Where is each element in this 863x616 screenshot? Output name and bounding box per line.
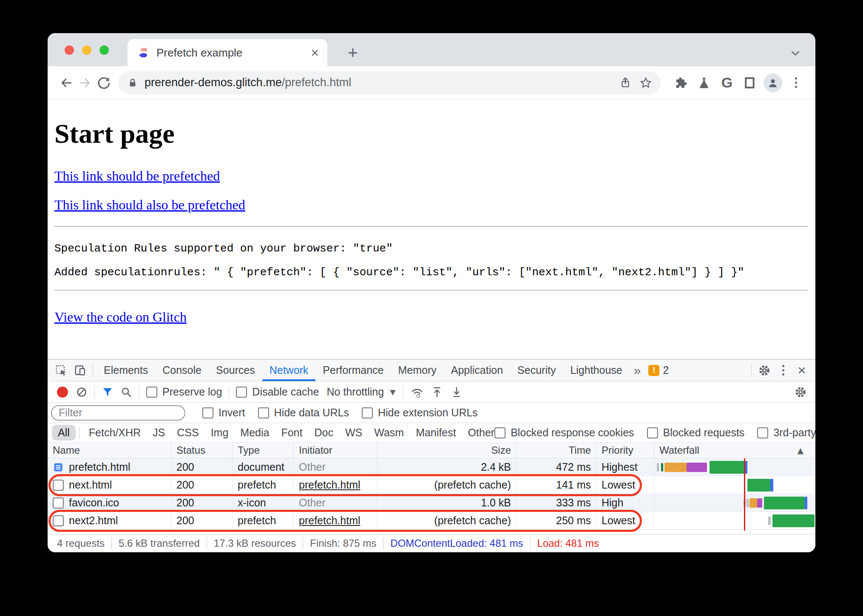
- flask-beaker-icon[interactable]: [694, 73, 714, 93]
- preserve-log-checkbox[interactable]: Preserve log: [146, 386, 222, 398]
- browser-window: Prefetch example × + prerender-demos.gli…: [48, 33, 815, 552]
- column-header-waterfall[interactable]: Waterfall ▲: [654, 443, 815, 458]
- horizontal-rule: [54, 226, 809, 227]
- devtools-menu-dots-icon[interactable]: [774, 362, 792, 379]
- tab-application[interactable]: Application: [444, 359, 510, 381]
- url-text: prerender-demos.glitch.me/prefetch.html: [145, 76, 611, 89]
- tab-performance[interactable]: Performance: [315, 359, 391, 381]
- network-summary-bar: 4 requests 5.6 kB transferred 17.3 kB re…: [48, 534, 815, 552]
- prefetch-link-1[interactable]: This link should be prefetched: [54, 168, 220, 184]
- tab-lighthouse[interactable]: Lighthouse: [563, 359, 629, 381]
- table-row-next2-html[interactable]: next2.html 200 prefetch prefetch.html (p…: [48, 512, 815, 530]
- hide-data-urls-checkbox[interactable]: Hide data URLs: [258, 407, 349, 419]
- browser-tab[interactable]: Prefetch example ×: [128, 39, 327, 66]
- blocked-response-cookies-checkbox[interactable]: Blocked response cookies: [494, 427, 634, 439]
- dropdown-arrow-icon: ▼: [390, 388, 395, 396]
- type-filter-ws[interactable]: WS: [345, 427, 362, 439]
- filter-input[interactable]: [51, 405, 185, 421]
- column-header-priority[interactable]: Priority: [596, 443, 654, 458]
- tab-console[interactable]: Console: [155, 359, 209, 381]
- table-row-next-html[interactable]: next.html 200 prefetch prefetch.html (pr…: [48, 476, 815, 494]
- initiator-link[interactable]: prefetch.html: [299, 514, 361, 527]
- type-filter-doc[interactable]: Doc: [314, 427, 333, 439]
- tab-search-chevron-icon[interactable]: [790, 48, 801, 59]
- profile-avatar[interactable]: [763, 73, 783, 93]
- request-checkbox-icon[interactable]: [53, 480, 64, 491]
- minimize-window-button[interactable]: [82, 45, 91, 55]
- table-row-favicon-ico[interactable]: favicon.ico 200 x-icon Other 1.0 kB 333 …: [48, 494, 815, 512]
- third-party-requests-checkbox[interactable]: 3rd-party requests: [757, 427, 815, 439]
- google-g-icon[interactable]: G: [717, 73, 737, 93]
- table-rows: prefetch.html 200 document Other 2.4 kB …: [48, 458, 815, 534]
- type-filter-img[interactable]: Img: [211, 427, 229, 439]
- inspect-element-icon[interactable]: [52, 362, 71, 379]
- clear-icon[interactable]: [76, 386, 88, 398]
- issues-badge[interactable]: ! 2: [645, 364, 672, 376]
- type-filter-media[interactable]: Media: [240, 427, 269, 439]
- type-filter-css[interactable]: CSS: [177, 427, 199, 439]
- disable-cache-checkbox[interactable]: Disable cache: [236, 386, 319, 398]
- import-har-icon[interactable]: [450, 386, 463, 398]
- devtools-tab-bar: Elements Console Sources Network Perform…: [48, 359, 815, 381]
- new-tab-button[interactable]: +: [345, 45, 361, 60]
- share-icon[interactable]: [619, 76, 632, 89]
- export-har-icon[interactable]: [431, 386, 443, 398]
- type-filter-js[interactable]: JS: [153, 427, 165, 439]
- filter-funnel-icon[interactable]: [102, 386, 114, 398]
- back-button[interactable]: [57, 73, 76, 92]
- search-icon[interactable]: [120, 386, 132, 398]
- tab-network[interactable]: Network: [262, 359, 316, 381]
- throttling-dropdown[interactable]: No throttling ▼: [326, 386, 395, 398]
- maximize-window-button[interactable]: [99, 45, 109, 55]
- type-filter-wasm[interactable]: Wasm: [374, 427, 404, 439]
- type-filter-all[interactable]: All: [52, 425, 76, 441]
- blocked-requests-checkbox[interactable]: Blocked requests: [647, 427, 745, 439]
- column-header-time[interactable]: Time: [517, 443, 596, 458]
- waterfall-bar: [654, 476, 815, 494]
- request-checkbox-icon[interactable]: [53, 515, 64, 526]
- more-tabs-icon[interactable]: »: [630, 363, 645, 378]
- column-header-size[interactable]: Size: [377, 443, 517, 458]
- table-row-prefetch-html[interactable]: prefetch.html 200 document Other 2.4 kB …: [48, 458, 815, 476]
- tab-memory[interactable]: Memory: [391, 359, 443, 381]
- bookmark-star-icon[interactable]: [639, 76, 652, 89]
- device-toolbar-icon[interactable]: [71, 362, 89, 379]
- finish-time: Finish: 875 ms: [303, 537, 383, 549]
- forward-button[interactable]: [76, 73, 94, 92]
- devtools-settings-gear-icon[interactable]: [755, 362, 774, 379]
- type-filter-font[interactable]: Font: [281, 427, 302, 439]
- reload-button[interactable]: [94, 73, 113, 92]
- load-time: Load: 481 ms: [531, 537, 606, 549]
- column-header-status[interactable]: Status: [171, 443, 233, 458]
- issues-count: 2: [663, 364, 669, 376]
- sort-ascending-icon[interactable]: ▲: [797, 446, 803, 455]
- type-filter-manifest[interactable]: Manifest: [416, 427, 456, 439]
- type-filter-fetch-xhr[interactable]: Fetch/XHR: [89, 427, 141, 439]
- tab-close-icon[interactable]: ×: [311, 46, 319, 59]
- extensions-puzzle-icon[interactable]: [671, 73, 691, 93]
- tab-elements[interactable]: Elements: [97, 359, 155, 381]
- network-settings-gear-icon[interactable]: [794, 386, 807, 398]
- resources-size: 17.3 kB resources: [207, 537, 303, 549]
- type-filter-other[interactable]: Other: [468, 427, 495, 439]
- tab-security[interactable]: Security: [510, 359, 563, 381]
- browser-menu-dots-icon[interactable]: [786, 73, 806, 93]
- side-panel-icon[interactable]: [740, 73, 760, 93]
- address-bar[interactable]: prerender-demos.glitch.me/prefetch.html: [118, 71, 661, 94]
- view-code-link[interactable]: View the code on Glitch: [54, 309, 187, 325]
- network-filter-row: Invert Hide data URLs Hide extension URL…: [48, 403, 815, 423]
- network-conditions-wifi-icon[interactable]: [410, 385, 424, 399]
- initiator-link[interactable]: prefetch.html: [299, 479, 361, 491]
- waterfall-bar: [654, 494, 815, 511]
- prefetch-link-2[interactable]: This link should also be prefetched: [54, 197, 245, 212]
- column-header-initiator[interactable]: Initiator: [294, 443, 377, 458]
- column-header-type[interactable]: Type: [233, 443, 294, 458]
- tab-sources[interactable]: Sources: [209, 359, 262, 381]
- invert-checkbox[interactable]: Invert: [202, 407, 245, 419]
- request-checkbox-icon[interactable]: [53, 497, 64, 509]
- hide-extension-urls-checkbox[interactable]: Hide extension URLs: [362, 407, 478, 419]
- column-header-name[interactable]: Name: [48, 443, 171, 458]
- record-button[interactable]: [57, 387, 68, 398]
- devtools-close-icon[interactable]: ×: [792, 362, 811, 379]
- close-window-button[interactable]: [65, 45, 74, 55]
